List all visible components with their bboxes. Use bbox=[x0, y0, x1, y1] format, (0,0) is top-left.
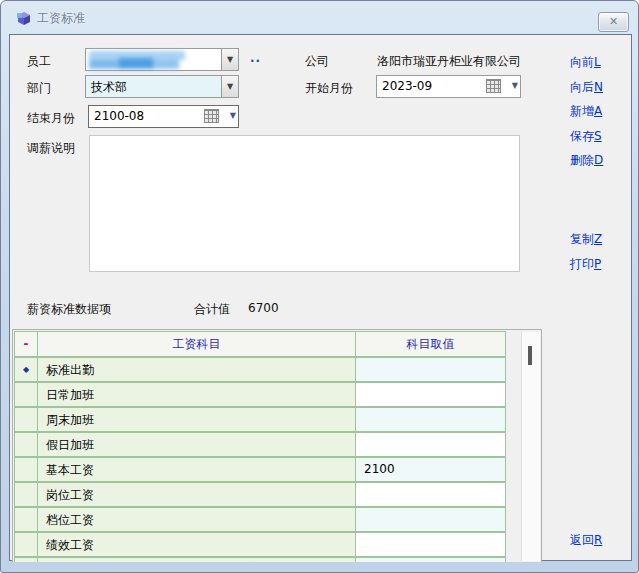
start-month-value: 2023-09 bbox=[382, 79, 432, 93]
value-cell[interactable] bbox=[355, 357, 506, 382]
calendar-icon[interactable] bbox=[486, 79, 501, 93]
total-label: 合计值 bbox=[194, 301, 230, 318]
start-month-label: 开始月份 bbox=[305, 80, 353, 97]
column-header-value[interactable]: 科目取值 bbox=[355, 331, 506, 357]
app-cube-icon bbox=[15, 10, 32, 27]
value-cell[interactable] bbox=[355, 482, 506, 507]
scrollbar-thumb[interactable] bbox=[528, 346, 532, 365]
end-month-value: 2100-08 bbox=[94, 109, 144, 123]
row-marker bbox=[14, 382, 38, 407]
copy-button[interactable]: 复制Z bbox=[570, 231, 626, 248]
dialog-content: 员工 ▼ .. 公司 洛阳市瑞亚丹柜业有限公司 部门 技术部 ▼ 开始月份 20… bbox=[9, 34, 632, 561]
print-button[interactable]: 打印P bbox=[570, 256, 626, 273]
salary-items-grid: - 工资科目 科目取值 ◆ 标准出勤 日常加班 周末加班 假日加班 bbox=[12, 329, 542, 562]
item-cell[interactable]: 基本工资 bbox=[37, 457, 356, 482]
row-marker bbox=[14, 482, 38, 507]
employee-label: 员工 bbox=[27, 53, 51, 70]
total-value: 6700 bbox=[248, 301, 279, 315]
item-cell[interactable]: 工龄工资 bbox=[37, 557, 356, 562]
value-cell[interactable]: 2100 bbox=[355, 457, 506, 482]
salary-standard-window: 工资标准 ✕ 员工 ▼ .. 公司 洛阳市瑞亚丹柜业有限公司 部门 技术部 ▼ … bbox=[0, 0, 639, 573]
section-title: 薪资标准数据项 bbox=[27, 301, 111, 318]
next-button[interactable]: 向后N bbox=[570, 79, 626, 96]
value-cell[interactable] bbox=[355, 557, 506, 562]
item-cell[interactable]: 假日加班 bbox=[37, 432, 356, 457]
row-marker bbox=[14, 507, 38, 532]
delete-button[interactable]: 删除D bbox=[570, 152, 626, 169]
item-cell[interactable]: 周末加班 bbox=[37, 407, 356, 432]
company-value: 洛阳市瑞亚丹柜业有限公司 bbox=[377, 53, 521, 70]
department-label: 部门 bbox=[27, 80, 51, 97]
row-marker-header: - bbox=[14, 331, 38, 357]
column-header-item[interactable]: 工资科目 bbox=[37, 331, 356, 357]
company-label: 公司 bbox=[305, 53, 329, 70]
department-dropdown-arrow-icon[interactable]: ▼ bbox=[221, 76, 238, 97]
item-cell[interactable]: 岗位工资 bbox=[37, 482, 356, 507]
prev-button[interactable]: 向前L bbox=[570, 54, 626, 71]
employee-name-redacted bbox=[89, 51, 185, 69]
value-cell[interactable] bbox=[355, 532, 506, 557]
end-month-picker[interactable]: 2100-08 ▼ bbox=[88, 105, 239, 128]
end-month-label: 结束月份 bbox=[27, 110, 75, 127]
value-cell[interactable] bbox=[355, 382, 506, 407]
row-marker bbox=[14, 532, 38, 557]
title-bar[interactable]: 工资标准 ✕ bbox=[1, 1, 638, 34]
row-marker bbox=[14, 457, 38, 482]
return-button[interactable]: 返回R bbox=[570, 532, 626, 549]
end-month-dropdown-arrow-icon[interactable]: ▼ bbox=[230, 111, 236, 120]
row-marker bbox=[14, 432, 38, 457]
value-cell[interactable] bbox=[355, 407, 506, 432]
employee-dropdown-arrow-icon[interactable]: ▼ bbox=[221, 49, 238, 70]
item-cell[interactable]: 日常加班 bbox=[37, 382, 356, 407]
notes-textarea[interactable] bbox=[89, 135, 520, 272]
value-cell[interactable] bbox=[355, 507, 506, 532]
close-button[interactable]: ✕ bbox=[598, 12, 629, 32]
item-cell[interactable]: 标准出勤 bbox=[37, 357, 356, 382]
calendar-icon[interactable] bbox=[204, 109, 219, 123]
item-cell[interactable]: 绩效工资 bbox=[37, 532, 356, 557]
window-title: 工资标准 bbox=[37, 10, 85, 27]
employee-browse-button[interactable]: .. bbox=[250, 51, 261, 65]
row-marker bbox=[14, 557, 38, 562]
employee-combobox[interactable]: ▼ bbox=[85, 48, 239, 71]
close-icon: ✕ bbox=[609, 15, 618, 28]
grid-vertical-scrollbar[interactable] bbox=[521, 332, 540, 561]
department-value: 技术部 bbox=[91, 79, 127, 96]
save-button[interactable]: 保存S bbox=[570, 128, 626, 145]
add-button[interactable]: 新增A bbox=[570, 103, 626, 120]
start-month-dropdown-arrow-icon[interactable]: ▼ bbox=[512, 81, 518, 90]
item-cell[interactable]: 档位工资 bbox=[37, 507, 356, 532]
value-cell[interactable] bbox=[355, 432, 506, 457]
row-marker: ◆ bbox=[14, 357, 38, 382]
row-marker bbox=[14, 407, 38, 432]
notes-label: 调薪说明 bbox=[27, 140, 75, 157]
department-combobox[interactable]: 技术部 ▼ bbox=[85, 75, 239, 98]
start-month-picker[interactable]: 2023-09 ▼ bbox=[376, 75, 521, 98]
